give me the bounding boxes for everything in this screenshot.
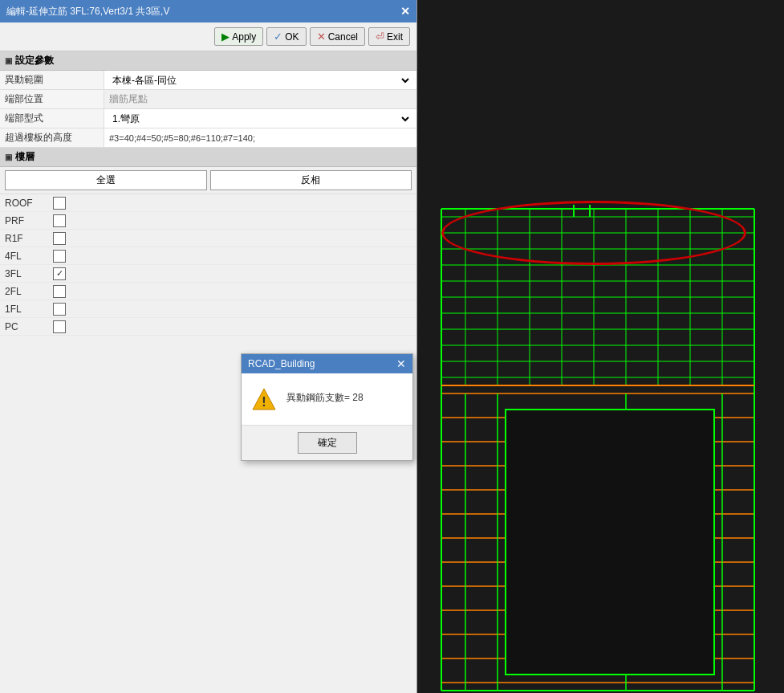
- floor-list: ROOFPRFR1F4FL3FL2FL1FLPC: [0, 194, 416, 336]
- floor-name-4fl: 4FL: [5, 251, 53, 262]
- floor-section-header: ▣ 樓層: [0, 148, 416, 167]
- dialog-body: ! 異動鋼筋支數= 28: [242, 373, 412, 425]
- window-title: 編輯-延伸立筋 3FL:76,Vert3/1 共3區,V: [6, 5, 400, 18]
- prop-row-end-type: 端部型式 1.彎原: [0, 109, 416, 128]
- title-bar: 編輯-延伸立筋 3FL:76,Vert3/1 共3區,V ✕: [0, 0, 416, 22]
- floor-name-r1f: R1F: [5, 233, 53, 244]
- end-type-select[interactable]: 1.彎原: [109, 112, 412, 125]
- prop-value-end-pos: 牆筋尾點: [104, 90, 416, 108]
- warning-triangle-svg: !: [251, 386, 277, 412]
- floor-checkbox-4fl[interactable]: [53, 250, 66, 263]
- settings-section-header: ▣ 設定參數: [0, 51, 416, 71]
- prop-label-range: 異動範圍: [0, 71, 104, 89]
- select-all-button[interactable]: 全選: [5, 170, 207, 190]
- floor-name-pc: PC: [5, 321, 53, 332]
- floor-buttons: 全選 反相: [0, 167, 416, 194]
- dialog-overlay: RCAD_Building ✕ ! 異動鋼筋支數= 28 確定: [241, 353, 413, 461]
- floor-checkbox-pc[interactable]: [53, 320, 66, 333]
- floor-name-2fl: 2FL: [5, 286, 53, 297]
- exit-button[interactable]: ⏎ Exit: [368, 27, 410, 46]
- prop-label-end-pos: 端部位置: [0, 90, 104, 108]
- floor-row-roof: ROOF: [0, 194, 416, 212]
- dialog-message: 異動鋼筋支數= 28: [286, 386, 364, 405]
- ok-button[interactable]: ✓ OK: [266, 27, 306, 46]
- apply-button[interactable]: ▶ Apply: [214, 27, 263, 46]
- collapse-icon: ▣: [5, 56, 12, 65]
- floor-row-2fl: 2FL: [0, 283, 416, 300]
- floor-collapse-icon: ▣: [5, 153, 12, 161]
- range-select[interactable]: 本棟-各區-同位: [109, 74, 412, 87]
- floor-section: ▣ 樓層 全選 反相 ROOFPRFR1F4FL3FL2FL1FLPC: [0, 148, 416, 336]
- floor-name-3fl: 3FL: [5, 268, 53, 279]
- dialog-title: RCAD_Building: [248, 358, 315, 369]
- invert-button[interactable]: 反相: [210, 170, 412, 190]
- toolbar: ▶ Apply ✓ OK ✕ Cancel ⏎ Exit: [0, 22, 416, 51]
- cancel-icon: ✕: [317, 31, 326, 43]
- floor-checkbox-prf[interactable]: [53, 214, 66, 227]
- prop-label-end-type: 端部型式: [0, 109, 104, 128]
- prop-row-end-pos: 端部位置 牆筋尾點: [0, 90, 416, 109]
- floor-name-prf: PRF: [5, 215, 53, 226]
- floor-name-roof: ROOF: [5, 198, 53, 209]
- floor-row-4fl: 4FL: [0, 247, 416, 265]
- floor-row-pc: PC: [0, 318, 416, 336]
- apply-icon: ▶: [221, 31, 230, 43]
- warning-icon: !: [251, 386, 277, 412]
- floor-row-r1f: R1F: [0, 230, 416, 247]
- cad-drawing: [417, 0, 784, 693]
- dialog-footer: 確定: [242, 425, 412, 460]
- floor-row-prf: PRF: [0, 212, 416, 230]
- floor-checkbox-r1f[interactable]: [53, 232, 66, 245]
- window-close-button[interactable]: ✕: [400, 5, 410, 18]
- dialog-title-bar: RCAD_Building ✕: [242, 354, 412, 373]
- prop-row-range: 異動範圍 本棟-各區-同位: [0, 71, 416, 90]
- prop-row-height: 超過樓板的高度 #3=40;#4=50;#5=80;#6=110;#7=140;: [0, 128, 416, 148]
- svg-rect-40: [506, 410, 714, 675]
- floor-name-1fl: 1FL: [5, 304, 53, 315]
- floor-checkbox-1fl[interactable]: [53, 303, 66, 316]
- cancel-button[interactable]: ✕ Cancel: [310, 27, 365, 46]
- floor-checkbox-3fl[interactable]: [53, 267, 66, 280]
- left-panel: 編輯-延伸立筋 3FL:76,Vert3/1 共3區,V ✕ ▶ Apply ✓…: [0, 0, 417, 693]
- exit-icon: ⏎: [376, 31, 384, 43]
- svg-text:!: !: [262, 395, 266, 409]
- right-panel: AFTER: [417, 0, 784, 693]
- prop-value-range[interactable]: 本棟-各區-同位: [104, 71, 416, 89]
- prop-value-end-type[interactable]: 1.彎原: [104, 109, 416, 128]
- floor-row-3fl: 3FL: [0, 265, 416, 283]
- floor-checkbox-roof[interactable]: [53, 197, 66, 210]
- ok-icon: ✓: [274, 31, 282, 43]
- floor-checkbox-2fl[interactable]: [53, 285, 66, 298]
- dialog-close-button[interactable]: ✕: [396, 357, 406, 370]
- prop-value-height: #3=40;#4=50;#5=80;#6=110;#7=140;: [104, 128, 416, 147]
- floor-row-1fl: 1FL: [0, 300, 416, 318]
- prop-label-height: 超過樓板的高度: [0, 128, 104, 147]
- dialog-ok-button[interactable]: 確定: [298, 432, 357, 454]
